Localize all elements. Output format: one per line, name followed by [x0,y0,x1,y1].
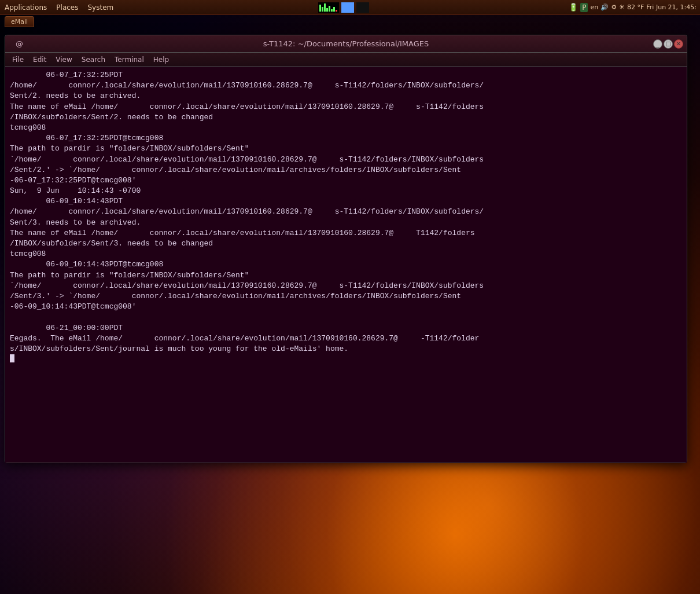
email-tab[interactable]: eMail [5,16,34,27]
terminal-output: 06-07_17:32:25PDT /home/ connor/.local/s… [10,70,682,354]
terminal-menubar: File Edit View Search Terminal Help [5,53,687,67]
close-button[interactable]: ✕ [674,39,683,49]
menu-terminal[interactable]: Terminal [110,54,149,65]
menu-edit[interactable]: Edit [28,54,51,65]
terminal-title: s-T1142: ~/Documents/Professional/IMAGES [10,39,682,48]
system-menu[interactable]: System [83,2,118,13]
menu-view[interactable]: View [51,54,76,65]
titlebar-at-symbol: @ [16,39,23,48]
volume-icon: 🔊 [600,3,609,11]
places-menu[interactable]: Places [51,2,83,13]
p-icon: P [580,3,588,12]
color-block-dark [356,2,369,13]
terminal-cursor-line [10,354,682,362]
taskbar-area: eMail [0,15,116,28]
temperature: 82 °F [627,3,644,11]
color-block-blue [341,2,354,13]
top-panel: Applications Places System 🔋 P en [0,0,700,15]
language-indicator: en [590,3,598,11]
terminal-cursor [10,354,14,362]
menu-file[interactable]: File [8,54,28,65]
panel-right: 🔋 P en 🔊 ⚙ ☀ 82 °F Fri Jun 21, 1:45: [569,3,700,12]
battery-icon: 🔋 [569,3,578,12]
panel-left-menus: Applications Places System [0,2,118,13]
titlebar-controls: _ □ ✕ [653,39,683,49]
applications-menu[interactable]: Applications [0,2,51,13]
minimize-button[interactable]: _ [653,39,662,49]
power-icon: ⚙ [611,3,617,11]
menu-search[interactable]: Search [77,54,110,65]
cpu-monitor-icon [318,2,339,13]
weather-icon: ☀ [619,3,625,11]
terminal-content[interactable]: 06-07_17:32:25PDT /home/ connor/.local/s… [5,67,687,463]
terminal-titlebar: @ s-T1142: ~/Documents/Professional/IMAG… [5,35,687,53]
menu-help[interactable]: Help [149,54,174,65]
datetime: Fri Jun 21, 1:45: [646,3,697,11]
terminal-window: @ s-T1142: ~/Documents/Professional/IMAG… [5,35,687,463]
maximize-button[interactable]: □ [664,39,673,49]
panel-center [118,2,569,13]
